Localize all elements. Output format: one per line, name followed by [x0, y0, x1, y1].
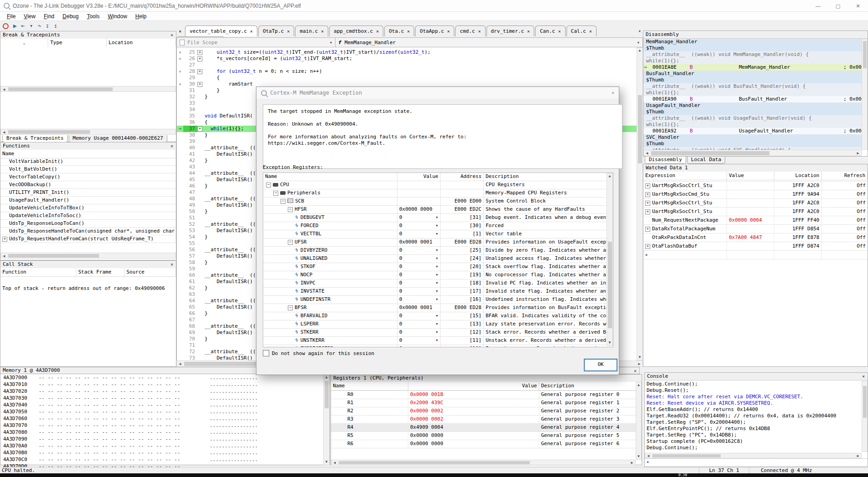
tab-Can-c[interactable]: Can.c✕	[535, 25, 565, 36]
watched-row[interactable]: +UartMsgRxSocCmd_Stu1FFF 9A94Off	[643, 190, 868, 199]
tab-OtaTp-c[interactable]: OtaTp.c✕	[258, 25, 294, 36]
tab-overflow-icon[interactable]: ▾	[638, 28, 641, 34]
exception-register-row[interactable]: −CPUCPU Registers	[263, 181, 613, 189]
memory-row[interactable]: 4A3D7080-- -- -- -- -- -- -- -- -- -- --…	[0, 429, 330, 436]
gutter-breakpoint-cell[interactable]	[177, 177, 183, 183]
expand-icon[interactable]: +	[2, 237, 7, 242]
gutter-breakpoint-cell[interactable]	[177, 221, 183, 228]
register-row[interactable]: R10x2000 439CGeneral purpose register 1	[331, 399, 642, 407]
chevron-down-icon[interactable]: ▾	[435, 312, 438, 320]
close-icon[interactable]: ✕	[250, 29, 253, 34]
memory-vertical-scrollbar[interactable]: ▲ ▼	[323, 374, 330, 465]
memory-row[interactable]: 4A3D7030-- -- -- -- -- -- -- -- -- -- --…	[0, 395, 330, 401]
chevron-down-icon[interactable]: ▾	[435, 329, 438, 336]
continue-button-icon[interactable]: ▶	[13, 22, 17, 30]
close-icon[interactable]: ✕	[407, 29, 410, 34]
do-not-show-checkbox[interactable]	[263, 350, 269, 356]
tab-app_cmdtbox-c[interactable]: app_cmdtbox.c✕	[329, 25, 383, 36]
gutter-breakpoint-cell[interactable]	[177, 355, 183, 360]
watched-cursor-row[interactable]: ▸	[643, 251, 868, 259]
gutter-breakpoint-cell[interactable]	[177, 310, 183, 317]
close-icon[interactable]: ✕	[287, 29, 290, 34]
exception-register-row[interactable]: ϟSTKOF0▾[20]Stack overflow flag. Indicat…	[263, 263, 613, 271]
fold-icon[interactable]: +	[197, 127, 202, 132]
exception-register-row[interactable]: ϟUNSTKERR0▾[11]Unstack error. Records wh…	[263, 337, 613, 345]
close-icon[interactable]: ✕	[169, 32, 175, 38]
gutter-breakpoint-cell[interactable]	[177, 330, 183, 336]
gutter-breakpoint-cell[interactable]	[177, 157, 183, 164]
tab-cmd-c[interactable]: cmd.c✕	[455, 25, 485, 36]
exception-register-row[interactable]: ϟSTKERR0▾[12]Stack error. Records whethe…	[263, 329, 613, 337]
memory-row[interactable]: 4A3D7020-- -- -- -- -- -- -- -- -- -- --…	[0, 388, 330, 395]
gutter-breakpoint-cell[interactable]: ●	[177, 56, 183, 62]
close-icon[interactable]: ✕	[558, 29, 561, 34]
chevron-down-icon[interactable]: ▾	[435, 320, 438, 328]
gutter-breakpoint-cell[interactable]	[177, 183, 183, 189]
step-out-button-icon[interactable]: ↥	[54, 22, 57, 30]
function-list-item[interactable]: VecODOBackup()	[0, 181, 176, 189]
watched-row[interactable]: +UartMsgRxSocCtrl_Stu1FFF A2C0Off	[643, 208, 868, 216]
dialog-table-vertical-scrollbar[interactable]: ▲▼	[607, 173, 613, 346]
editor-vertical-scrollbar[interactable]: ▲ ▼	[637, 47, 643, 360]
gutter-breakpoint-cell[interactable]	[177, 349, 183, 355]
breakpoints-horizontal-scrollbar[interactable]: ◀	[0, 86, 176, 92]
gutter-breakpoint-cell[interactable]	[177, 208, 183, 215]
gutter-breakpoint-cell[interactable]	[177, 164, 183, 170]
step-over-button-icon[interactable]: ↷	[37, 22, 41, 30]
chevron-down-icon[interactable]: ▾	[435, 279, 438, 287]
tab-Cal-c[interactable]: Cal.c✕	[567, 25, 597, 36]
gutter-breakpoint-cell[interactable]	[177, 279, 183, 285]
gutter-breakpoint-cell[interactable]	[177, 234, 183, 240]
register-row[interactable]: R30x0000 0002General purpose register 3	[331, 416, 642, 424]
chevron-down-icon[interactable]: ▾	[435, 230, 438, 238]
reset-dropdown-icon[interactable]: ▾	[30, 22, 33, 30]
exception-register-row[interactable]: ϟNOCP0▾[19]No coprocessor flag. Indicate…	[263, 271, 613, 279]
memory-row[interactable]: 4A3D70A0-- -- -- -- -- -- -- -- -- -- --…	[0, 442, 330, 449]
exception-register-row[interactable]: ϟUNALIGNED0▾[24]Unaligned access flag. I…	[263, 255, 613, 263]
memory-row[interactable]: 4A3D7040-- -- -- -- -- -- -- -- -- -- --…	[0, 401, 330, 408]
collapse-icon[interactable]: −	[288, 207, 293, 212]
functions-horizontal-scrollbar[interactable]: ◀	[0, 253, 176, 259]
menu-window[interactable]: Window	[104, 13, 131, 20]
disassembly-instruction[interactable]: →0001EA8EBMemManage_Handler; 0x0001EA8E	[643, 64, 862, 71]
exception-register-row[interactable]: ϟINVSTATE0▾[17]Invalid state flag. Indic…	[263, 288, 613, 296]
gutter-breakpoint-cell[interactable]	[177, 336, 183, 342]
chevron-down-icon[interactable]: ▾	[435, 247, 438, 254]
exception-register-row[interactable]: ϟLSPERR0▾[13]Lazy state preservation err…	[263, 320, 613, 329]
file-scope-combo[interactable]: File Scope ▾	[176, 37, 336, 47]
memory-row[interactable]: 4A3D7050-- -- -- -- -- -- -- -- -- -- --…	[0, 408, 330, 415]
exception-registers-table[interactable]: NameValueAddressDescription−CPUCPU Regis…	[263, 173, 613, 347]
function-list-item[interactable]: Volt_BatVolDet()	[0, 166, 176, 173]
close-icon[interactable]: ✕	[610, 90, 616, 96]
close-icon[interactable]: ✕	[632, 368, 638, 374]
tab-vector_table_copy-c[interactable]: vector_table_copy.c✕	[185, 25, 257, 36]
gutter-breakpoint-cell[interactable]	[177, 317, 183, 323]
gutter-breakpoint-cell[interactable]	[177, 272, 183, 279]
memory-row[interactable]: 4A3D7090-- -- -- -- -- -- -- -- -- -- --…	[0, 436, 330, 442]
tab-main-c[interactable]: main.c✕	[295, 25, 328, 36]
gutter-breakpoint-cell[interactable]	[177, 291, 183, 298]
collapse-icon[interactable]: −	[288, 240, 293, 245]
exception-register-row[interactable]: ϟDIVBYZERO0▾[25]Divide by zero flag. Ind…	[263, 247, 613, 255]
memory-row[interactable]: 4A3D7070-- -- -- -- -- -- -- -- -- -- --…	[0, 422, 330, 429]
exception-register-row[interactable]: ϟINVPC0▾[18]Invalid PC flag. Indicates w…	[263, 279, 613, 288]
register-row[interactable]: R60x0000 0000General purpose register 6	[331, 440, 642, 448]
expand-icon[interactable]: +	[645, 201, 650, 206]
function-scope-combo[interactable]: f MemManage_Handler ▾	[336, 37, 643, 47]
watched-row[interactable]: +UartMsgRxSocCtrl_Stu1FFF A2C0Off	[643, 182, 868, 190]
watched-row[interactable]: Num_RequestNextPackage0x0000 00041FFF FF…	[643, 216, 868, 225]
gutter-breakpoint-cell[interactable]	[177, 196, 183, 202]
exception-register-row[interactable]: ϟBFARVALID0▾[15]BFAR valid. Indicates va…	[263, 312, 613, 320]
chevron-down-icon[interactable]: ▾	[435, 271, 438, 279]
gutter-breakpoint-cell[interactable]	[177, 240, 183, 247]
close-button[interactable]: ✕	[848, 0, 868, 12]
vector-catch-horizontal-scrollbar[interactable]: ◀	[0, 129, 176, 135]
menu-file[interactable]: File	[3, 13, 20, 20]
close-icon[interactable]: ✕	[527, 29, 530, 34]
tab-OtaApp-c[interactable]: OtaApp.c✕	[415, 25, 454, 36]
exception-register-row[interactable]: −UFSR0x0000 0001E000 ED28Provides inform…	[263, 238, 613, 247]
tab-break[interactable]: Break & Tracepoints	[2, 135, 68, 142]
memory-row[interactable]: 4A3D7010-- -- -- -- -- -- -- -- -- -- --…	[0, 381, 330, 388]
function-list-item[interactable]: UpdateVehicleInfoToSoc()	[0, 212, 176, 220]
exception-register-row[interactable]: ϟIMPRECISERR0▾[10]Imprecise error. Recor…	[263, 345, 613, 347]
